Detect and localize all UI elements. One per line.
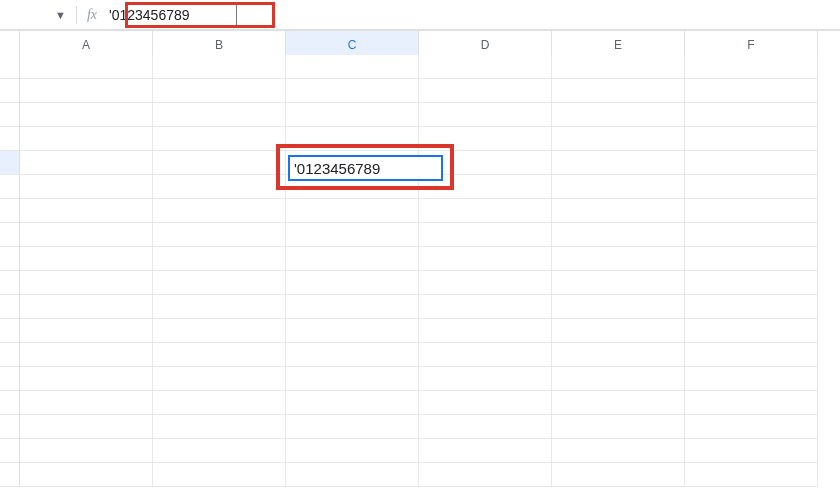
cell[interactable]: [20, 271, 153, 295]
row-header[interactable]: [0, 151, 20, 175]
cell[interactable]: [20, 127, 153, 151]
cell[interactable]: [419, 199, 552, 223]
row-header[interactable]: [0, 367, 20, 391]
cell[interactable]: [153, 415, 286, 439]
cell[interactable]: [419, 463, 552, 487]
cell[interactable]: [552, 151, 685, 175]
cell[interactable]: [685, 127, 818, 151]
cell[interactable]: [419, 271, 552, 295]
cell[interactable]: [20, 343, 153, 367]
cell[interactable]: [419, 367, 552, 391]
row-header[interactable]: [0, 79, 20, 103]
cell[interactable]: [153, 319, 286, 343]
row-header[interactable]: [0, 439, 20, 463]
row-header[interactable]: [0, 127, 20, 151]
cell[interactable]: [286, 439, 419, 463]
cell[interactable]: [685, 295, 818, 319]
cell[interactable]: [685, 199, 818, 223]
cell[interactable]: [286, 463, 419, 487]
cell[interactable]: [685, 79, 818, 103]
cell[interactable]: [153, 463, 286, 487]
spreadsheet-grid[interactable]: ABCDEF: [0, 30, 840, 487]
cell[interactable]: [419, 55, 552, 79]
cell[interactable]: [419, 415, 552, 439]
cell[interactable]: [552, 199, 685, 223]
cell[interactable]: [419, 343, 552, 367]
cell[interactable]: [552, 247, 685, 271]
cell[interactable]: [419, 439, 552, 463]
cell[interactable]: [20, 367, 153, 391]
cell[interactable]: [685, 439, 818, 463]
cell[interactable]: [286, 295, 419, 319]
cell[interactable]: [552, 391, 685, 415]
cell[interactable]: [419, 247, 552, 271]
cell[interactable]: [286, 103, 419, 127]
name-box[interactable]: ▼: [55, 9, 66, 21]
cell[interactable]: [685, 367, 818, 391]
cell[interactable]: [20, 175, 153, 199]
cell[interactable]: [419, 223, 552, 247]
cell[interactable]: [153, 439, 286, 463]
cell[interactable]: [20, 223, 153, 247]
row-header[interactable]: [0, 247, 20, 271]
cell[interactable]: [552, 439, 685, 463]
row-header[interactable]: [0, 319, 20, 343]
cell[interactable]: [286, 127, 419, 151]
cell[interactable]: [153, 295, 286, 319]
cell[interactable]: [20, 55, 153, 79]
cell[interactable]: [419, 79, 552, 103]
cell[interactable]: [685, 415, 818, 439]
cell[interactable]: [20, 247, 153, 271]
row-header[interactable]: [0, 391, 20, 415]
row-header[interactable]: [0, 271, 20, 295]
row-header[interactable]: [0, 295, 20, 319]
cell[interactable]: [153, 127, 286, 151]
cell[interactable]: [20, 79, 153, 103]
cell[interactable]: [552, 343, 685, 367]
cell[interactable]: [153, 55, 286, 79]
cell[interactable]: [286, 415, 419, 439]
cell[interactable]: [20, 199, 153, 223]
cell[interactable]: [685, 391, 818, 415]
cell[interactable]: [153, 175, 286, 199]
cell[interactable]: [419, 295, 552, 319]
cell[interactable]: [552, 127, 685, 151]
cell[interactable]: [20, 415, 153, 439]
cell[interactable]: [552, 175, 685, 199]
cell[interactable]: [286, 79, 419, 103]
cell[interactable]: [419, 319, 552, 343]
cell[interactable]: [685, 55, 818, 79]
cell[interactable]: [153, 103, 286, 127]
cell[interactable]: [552, 223, 685, 247]
cell[interactable]: [419, 127, 552, 151]
cell[interactable]: [153, 391, 286, 415]
cell[interactable]: [20, 103, 153, 127]
cell[interactable]: [20, 439, 153, 463]
cell[interactable]: [552, 271, 685, 295]
cell[interactable]: [286, 319, 419, 343]
cell[interactable]: [552, 415, 685, 439]
cell[interactable]: [20, 463, 153, 487]
cell[interactable]: [20, 295, 153, 319]
cell[interactable]: [153, 79, 286, 103]
cell[interactable]: [153, 223, 286, 247]
cell[interactable]: [153, 151, 286, 175]
cell[interactable]: [685, 151, 818, 175]
cell[interactable]: [286, 223, 419, 247]
cell[interactable]: [552, 103, 685, 127]
cell[interactable]: [286, 367, 419, 391]
cell[interactable]: [685, 343, 818, 367]
cell[interactable]: [685, 319, 818, 343]
cell[interactable]: [153, 271, 286, 295]
cell[interactable]: [552, 463, 685, 487]
row-header[interactable]: [0, 103, 20, 127]
cell[interactable]: [685, 223, 818, 247]
cell[interactable]: [552, 367, 685, 391]
cell[interactable]: [685, 271, 818, 295]
cell[interactable]: [20, 151, 153, 175]
row-header[interactable]: [0, 175, 20, 199]
cell[interactable]: [685, 175, 818, 199]
cell[interactable]: [286, 199, 419, 223]
cell[interactable]: [685, 463, 818, 487]
cell[interactable]: [685, 103, 818, 127]
